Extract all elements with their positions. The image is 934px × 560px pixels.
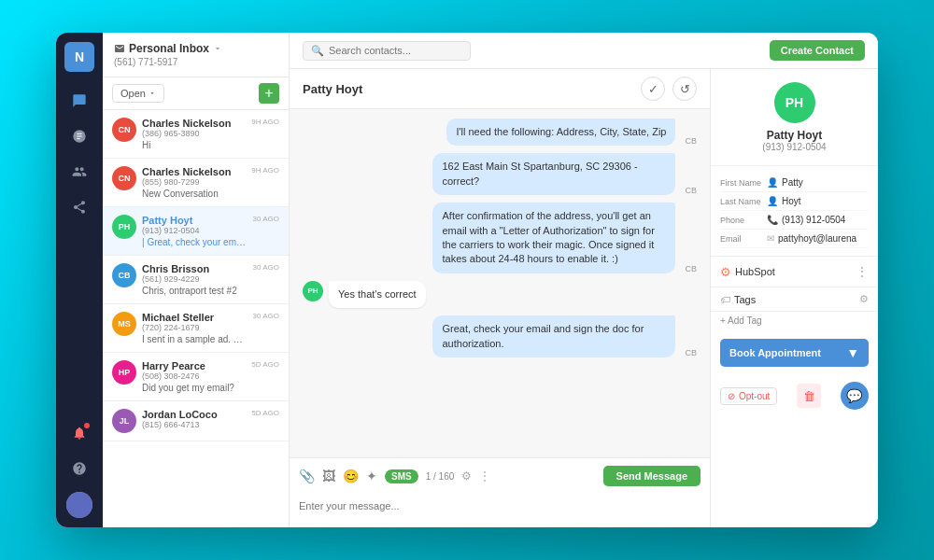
message-row: PHYes that's correct [303,281,697,308]
settings-icon[interactable]: ⚙ [461,469,472,483]
create-contact-button[interactable]: Create Contact [770,40,865,61]
sms-badge: SMS [385,469,418,483]
contact-list-item[interactable]: PH Patty Hoyt (913) 912-0504 | Great, ch… [103,207,289,256]
contact-preview: Hi [142,140,246,150]
nav-notification-icon[interactable] [64,417,95,449]
nav-inbox-icon[interactable] [64,85,95,117]
contact-phone: (508) 308-2476 [142,371,246,381]
tag-icon: 🏷 [720,294,730,305]
nav-bar: N [56,33,103,527]
email-icon: ✉ [767,233,774,244]
contact-name: Michael Steller [142,312,248,323]
add-conversation-button[interactable]: + [259,83,279,104]
contact-time: 9H AGO [251,118,279,126]
check-button[interactable]: ✓ [641,77,665,101]
contact-avatar: MS [112,312,136,336]
top-bar: 🔍 Create Contact [290,33,878,69]
message-row: I'll need the following: Address, City, … [303,119,697,146]
contact-avatar: CN [112,166,136,190]
char-count: 1 / 160 [426,471,455,482]
message-bubble: Great, check your email and sign the doc… [432,315,675,357]
search-input[interactable] [329,45,462,56]
profile-phone: (913) 912-0504 [720,142,869,152]
profile-avatar: PH [774,82,815,123]
main-content: 🔍 Create Contact Patty Hoyt ✓ ↺ I' [290,33,878,527]
message-row: 162 East Main St Spartanburg, SC 29306 -… [303,153,697,195]
hubspot-more-icon[interactable]: ⋮ [856,264,869,279]
contact-list-item[interactable]: JL Jordan LoCoco (815) 666-4713 5D AGO [103,401,289,441]
open-filter-button[interactable]: Open [112,84,164,103]
search-box[interactable]: 🔍 [303,41,471,61]
contact-list-item[interactable]: CN Charles Nickelson (855) 980-7299 New … [103,159,289,207]
chat-header-actions: ✓ ↺ [641,77,697,101]
hubspot-logo: ⚙ HubSpot [720,265,775,279]
contact-phone: (386) 965-3890 [142,129,246,138]
message-bubble: After confirmation of the address, you'l… [432,203,675,273]
chat-float-button[interactable]: 💬 [841,382,869,410]
contact-phone: (720) 224-1679 [142,323,248,332]
opt-out-button[interactable]: ⊘ Opt-out [720,387,777,405]
contact-list-item[interactable]: HP Harry Pearce (508) 308-2476 Did you g… [103,353,289,401]
nav-share-icon[interactable] [64,191,95,223]
emoji-icon[interactable]: 😊 [343,469,359,483]
contact-list-item[interactable]: MS Michael Steller (720) 224-1679 I sent… [103,304,289,353]
opt-out-icon: ⊘ [728,391,735,401]
chat-input-area: 📎 🖼 😊 ✦ SMS 1 / 160 ⚙ ⋮ Send Message [290,457,710,527]
message-row: Great, check your email and sign the doc… [303,315,697,357]
tags-row: 🏷 Tags ⚙ [711,287,878,312]
contact-avatar: CN [112,118,136,142]
input-toolbar: 📎 🖼 😊 ✦ SMS 1 / 160 ⚙ ⋮ Send Message [299,466,700,486]
contact-preview: | Great, check your email and sign the d… [142,237,248,247]
contact-list-item[interactable]: CB Chris Brisson (561) 929-4229 Chris, o… [103,256,289,304]
inbox-header: Personal Inbox (561) 771-5917 [103,33,289,77]
bubble-label: CB [685,186,697,195]
tags-label: Tags [734,294,756,305]
app-window: N Personal Inbox [56,33,878,527]
more-options-icon[interactable]: ⋮ [479,469,490,483]
contact-phone: (913) 912-0504 [142,226,248,235]
chat-header: Patty Hoyt ✓ ↺ [290,69,710,109]
contact-phone: (855) 980-7299 [142,177,246,187]
first-name-field: First Name 👤 Patty [720,174,869,192]
nav-help-icon[interactable] [64,453,95,484]
contact-name: Charles Nickelson [142,118,246,129]
attach-icon[interactable]: 📎 [299,469,315,483]
template-icon[interactable]: ✦ [366,469,377,483]
contact-avatar: HP [112,360,136,385]
phone-field: Phone 📞 (913) 912-0504 [720,211,869,230]
person-icon: 👤 [767,177,778,188]
contact-profile: PH Patty Hoyt (913) 912-0504 [711,69,878,166]
chat-panel: Patty Hoyt ✓ ↺ I'll need the following: … [290,69,710,527]
info-panel: PH Patty Hoyt (913) 912-0504 First Name … [710,69,878,527]
image-icon[interactable]: 🖼 [322,469,335,483]
user-avatar[interactable] [66,492,92,518]
profile-name: Patty Hoyt [720,129,869,142]
hubspot-icon: ⚙ [720,265,731,279]
message-bubble: Yes that's correct [329,281,426,308]
tags-settings-icon[interactable]: ⚙ [859,293,869,305]
contact-preview: I sent in a sample ad. Live chat won't w… [142,334,248,344]
contact-name: Charles Nickelson [142,166,246,177]
search-icon: 🔍 [311,45,324,57]
contact-list-item[interactable]: CN Charles Nickelson (386) 965-3890 Hi 9… [103,110,289,159]
message-input[interactable] [299,492,700,520]
nav-contacts-icon[interactable] [64,156,95,188]
hubspot-label: HubSpot [735,266,775,277]
app-logo: N [64,42,94,72]
contact-preview: New Conversation [142,189,246,199]
add-tag-button[interactable]: + Add Tag [711,312,878,329]
person-icon2: 👤 [767,196,778,206]
bubble-label: CB [685,264,697,273]
contact-time: 5D AGO [251,360,279,369]
email-value: pattyhoyt@laurena [778,233,856,244]
contact-time: 9H AGO [251,166,279,175]
contact-time: 30 AGO [253,215,279,223]
contact-time: 30 AGO [253,312,279,320]
contact-avatar: CB [112,263,136,287]
nav-chat-icon[interactable] [64,120,95,152]
book-appointment-button[interactable]: Book Appointment ▼ [720,339,869,367]
refresh-button[interactable]: ↺ [672,77,697,101]
contact-time: 5D AGO [251,409,279,417]
send-button[interactable]: Send Message [603,466,700,486]
delete-button[interactable]: 🗑 [797,384,821,408]
